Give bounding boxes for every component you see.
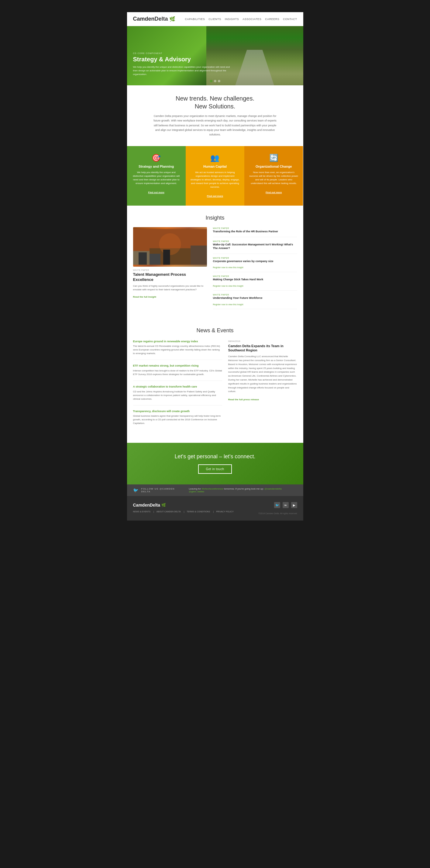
service-org-change: 🔄 Organizational Change Now more than ev…	[244, 146, 303, 206]
footer-links: NEWS & EVENTS ABOUT CAMDEN DELTA TERMS &…	[133, 510, 234, 513]
footer-link-about[interactable]: ABOUT CAMDEN DELTA	[156, 510, 184, 513]
news-item-1-desc: The latest bi-annual CD Renewable energy…	[133, 344, 222, 355]
insight-main-title: Talent Management Process Excellence	[133, 272, 207, 282]
hero-dot-2[interactable]	[214, 80, 217, 82]
service-human-capital-title: Human Capital	[190, 165, 240, 168]
insight-item-3-title: Corporate governance varies by company s…	[213, 260, 297, 263]
hero-content: CD CORE COMPONENT Strategy & Advisory We…	[133, 52, 230, 76]
insight-main-label: WHITE PAPER	[133, 269, 207, 271]
news-left: Europe regains ground in renewable energ…	[133, 340, 222, 434]
hero-dots	[210, 80, 220, 82]
news-item-2-desc: Intense competition has brought a dose o…	[133, 369, 222, 376]
insights-title: Insights	[133, 215, 297, 221]
news-item-2: ETF market remains strong, but competiti…	[133, 364, 222, 381]
social-hashtag[interactable]: #hrtechconference	[201, 488, 223, 490]
intro-body: Camden Delta prepares your organization …	[151, 114, 279, 137]
insight-item-1-label: WHITE PAPER	[213, 227, 297, 229]
insight-item-4: WHITE PAPER Making Change Stick Takes Ha…	[213, 275, 297, 291]
service-human-capital: 👥 Human Capital We act as trusted adviso…	[186, 146, 244, 206]
cta-button[interactable]: Get in touch	[198, 464, 232, 474]
service-org-change-desc: Now more than ever, an organization's su…	[249, 171, 298, 185]
insight-item-3-label: WHITE PAPER	[213, 257, 297, 259]
nav-item-contact[interactable]: CONTACT	[283, 18, 297, 21]
insight-item-2: WHITE PAPER Wake-Up Call: Succession Man…	[213, 240, 297, 254]
social-bar-label: FOLLOW US @CAMDEN DELTA	[141, 488, 185, 493]
news-title: News & Events	[133, 328, 297, 334]
nav-item-associates[interactable]: ASSOCIATES	[242, 18, 261, 21]
news-item-4-desc: Global business leaders agree that great…	[133, 414, 222, 425]
intro-heading: New trends. New challenges.New Solutions…	[139, 94, 291, 110]
footer-twitter-icon[interactable]: 🐦	[274, 502, 280, 508]
footer-top: CamdenDelta 🌿 🐦 in ▶	[133, 502, 297, 508]
press-date: 08/04/2016	[228, 340, 297, 343]
news-item-1: Europe regains ground in renewable energ…	[133, 340, 222, 360]
logo[interactable]: CamdenDelta 🌿	[133, 16, 175, 22]
news-item-4: Transparency, disclosure will create gro…	[133, 410, 222, 430]
footer-youtube-icon[interactable]: ▶	[291, 502, 297, 508]
hero-description: We help you identify the unique and dist…	[133, 65, 230, 76]
svg-rect-4	[191, 246, 207, 265]
social-bar-text: Leaving for #hrtechconference tomorrow. …	[189, 488, 297, 493]
insight-item-4-link[interactable]: Register now to view this Insight	[213, 285, 243, 287]
social-bar: 🐦 FOLLOW US @CAMDEN DELTA Leaving for #h…	[127, 485, 303, 496]
footer: CamdenDelta 🌿 🐦 in ▶ NEWS & EVENTS ABOUT…	[127, 496, 303, 521]
news-grid: Europe regains ground in renewable energ…	[133, 340, 297, 434]
nav-item-clients[interactable]: CLIENTS	[208, 18, 221, 21]
footer-linkedin-icon[interactable]: in	[283, 502, 289, 508]
footer-bottom: NEWS & EVENTS ABOUT CAMDEN DELTA TERMS &…	[133, 510, 297, 515]
services-section: 🎯 Strategy and Planning We help you iden…	[127, 146, 303, 206]
cta-section: Let's get personal – let's connect. Get …	[127, 443, 303, 485]
service-strategy-desc: We help you identify the unique and dist…	[132, 171, 181, 185]
news-item-2-title[interactable]: ETF market remains strong, but competiti…	[133, 364, 222, 368]
news-item-1-title[interactable]: Europe regains ground in renewable energ…	[133, 340, 222, 343]
cta-title: Let's get personal – let's connect.	[133, 454, 297, 460]
insight-item-5-label: WHITE PAPER	[213, 294, 297, 296]
nav-item-capabilities[interactable]: CAPABILITIES	[185, 18, 205, 21]
footer-link-news[interactable]: NEWS & EVENTS	[133, 510, 154, 513]
nav-item-insights[interactable]: INSIGHTS	[225, 18, 239, 21]
press-link[interactable]: Read the full press release	[228, 398, 259, 401]
footer-link-privacy[interactable]: PRIVACY POLICY	[216, 510, 234, 513]
news-item-3-title[interactable]: A strategic collaboration to transform h…	[133, 385, 222, 389]
twitter-icon: 🐦	[133, 488, 138, 493]
service-org-change-link[interactable]: Find out more	[266, 191, 282, 194]
news-item-4-title[interactable]: Transparency, disclosure will create gro…	[133, 410, 222, 413]
hero-dot-3[interactable]	[218, 80, 220, 82]
insight-item-3-link[interactable]: Register now to view this Insight	[213, 266, 243, 269]
insight-item-2-title: Wake-Up Call: Succession Management Isn'…	[213, 243, 297, 250]
footer-link-terms[interactable]: TERMS & CONDITIONS	[187, 510, 213, 513]
news-item-3-desc: CD and the Johns Hopkins Armstrong Insti…	[133, 390, 222, 401]
news-section: News & Events Europe regains ground in r…	[127, 318, 303, 443]
service-human-capital-link[interactable]: Find out more	[207, 195, 223, 197]
insight-read-link[interactable]: Read the full Insight	[133, 296, 156, 298]
insight-main-desc: Can you think of highly successful organ…	[133, 284, 207, 291]
svg-rect-6	[139, 252, 147, 265]
insight-item-4-label: WHITE PAPER	[213, 275, 297, 277]
insights-section: Insights WHITE PAPER	[127, 206, 303, 318]
strategy-icon: 🎯	[132, 154, 181, 162]
hero-label: CD CORE COMPONENT	[133, 52, 230, 54]
insights-grid: WHITE PAPER Talent Management Process Ex…	[133, 227, 297, 309]
insight-item-4-title: Making Change Stick Takes Hard Work	[213, 278, 297, 282]
insight-item-2-label: WHITE PAPER	[213, 240, 297, 242]
insight-list: WHITE PAPER Transforming the Role of the…	[213, 227, 297, 309]
service-strategy-link[interactable]: Find out more	[148, 191, 164, 194]
intro-section: New trends. New challenges.New Solutions…	[127, 85, 303, 146]
footer-copyright: ©2016 Camden Delta. All rights reserved	[259, 513, 297, 515]
logo-bold: Camden	[133, 16, 155, 22]
insight-item-1: WHITE PAPER Transforming the Role of the…	[213, 227, 297, 237]
service-strategy: 🎯 Strategy and Planning We help you iden…	[127, 146, 186, 206]
header: CamdenDelta 🌿 CAPABILITIESCLIENTSINSIGHT…	[127, 12, 303, 26]
service-strategy-title: Strategy and Planning	[132, 165, 181, 168]
insight-item-5-link[interactable]: Register now to view this Insight	[213, 303, 243, 306]
main-nav: CAPABILITIESCLIENTSINSIGHTSASSOCIATESCAR…	[185, 18, 297, 21]
news-item-3: A strategic collaboration to transform h…	[133, 385, 222, 405]
human-capital-icon: 👥	[190, 154, 240, 162]
org-change-icon: 🔄	[249, 154, 298, 162]
nav-item-careers[interactable]: CAREERS	[265, 18, 279, 21]
insight-item-5: WHITE PAPER Understanding Your Future Wo…	[213, 294, 297, 309]
hero-dot-1[interactable]	[210, 80, 212, 82]
news-right: 08/04/2016 Camden Delta Expands its Team…	[228, 340, 297, 434]
insight-main: WHITE PAPER Talent Management Process Ex…	[133, 227, 207, 309]
svg-rect-8	[163, 250, 170, 265]
